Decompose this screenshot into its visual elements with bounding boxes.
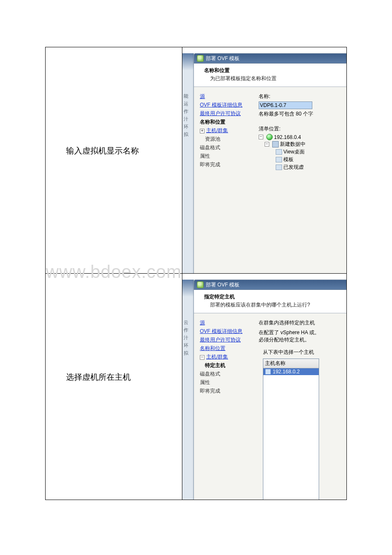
step-name-location[interactable]: 名称和位置 [200, 119, 251, 126]
collapse-icon[interactable]: − [259, 135, 263, 139]
step-disk-format: 磁盘格式 [200, 370, 251, 378]
step-ovf-details[interactable]: OVF 模板详细信息 [200, 328, 251, 335]
content-pane: 在群集内选择特定的主机 在配置了 vSphere HA 或。 必须分配给特定主机… [254, 313, 347, 500]
dialog-titlebar[interactable]: 部署 OVF 模板 [194, 53, 347, 64]
wizard-steps: 源 OVF 模板详细信息 最终用户许可协议 名称和位置 −主机/群集 特定主机 … [194, 313, 254, 500]
table-row: www.bdoex.com 选择虚机所在主机 云 作 汁 环 拟 部署 OVF … [46, 274, 347, 500]
info-line-2: 在配置了 vSphere HA 或。 [259, 329, 347, 336]
tree-folder-1[interactable]: View桌面 [276, 148, 347, 156]
step-specific-host[interactable]: 特定主机 [205, 362, 251, 369]
doc-table: 输入虚拟机显示名称 能 运 作 汁 环 拟 部署 OVF 模板 名称和位置 为已… [45, 47, 347, 500]
host-row-selected[interactable]: 192.168.0.2 [263, 368, 319, 375]
wizard-steps: 源 OVF 模板详细信息 最终用户许可协议 名称和位置 +主机/群集 资源池 磁… [194, 87, 254, 274]
dialog-title: 部署 OVF 模板 [206, 55, 239, 62]
folder-icon [276, 157, 282, 162]
right-cell-1: 能 运 作 汁 环 拟 部署 OVF 模板 名称和位置 为已部署模板指定名称和位… [182, 47, 347, 274]
name-label: 名称: [259, 93, 347, 100]
dialog-body: 源 OVF 模板详细信息 最终用户许可协议 名称和位置 −主机/群集 特定主机 … [194, 313, 347, 500]
step-host-cluster[interactable]: +主机/群集 [200, 127, 251, 134]
step-resource-pool: 资源池 [205, 136, 251, 143]
dialog-title: 部署 OVF 模板 [206, 281, 239, 289]
expand-icon[interactable]: + [200, 129, 205, 133]
vcenter-icon [266, 134, 273, 140]
datacenter-icon [272, 141, 279, 147]
background-strip: 云 作 汁 环 拟 [182, 280, 193, 500]
step-source[interactable]: 源 [200, 319, 251, 327]
name-hint: 名称最多可包含 80 个字 [259, 110, 347, 118]
folder-icon [276, 149, 282, 155]
step-eula[interactable]: 最终用户许可协议 [200, 110, 251, 117]
step-eula[interactable]: 最终用户许可协议 [200, 336, 251, 344]
step-disk-format: 磁盘格式 [200, 144, 251, 151]
header-title: 指定特定主机 [204, 293, 341, 301]
tree-datacenter[interactable]: − 新建数据中 [265, 141, 347, 148]
content-pane: 名称: 名称最多可包含 80 个字 清单位置: − 192.168.0.4 − [254, 87, 347, 274]
header-subtitle: 为已部署模板指定名称和位置 [210, 75, 341, 82]
dialog-header: 名称和位置 为已部署模板指定名称和位置 [194, 64, 347, 87]
dialog-icon [197, 281, 204, 288]
vm-name-input[interactable] [259, 101, 312, 109]
step-host-cluster[interactable]: −主机/群集 [200, 353, 251, 361]
step-properties: 属性 [200, 153, 251, 160]
host-column-header[interactable]: 主机名称 [263, 359, 319, 368]
row2-caption: 选择虚机所在主机 [66, 372, 131, 383]
host-list[interactable]: 主机名称 192.168.0.2 [263, 358, 319, 500]
inventory-tree[interactable]: − 192.168.0.4 − 新建数据中 Vie [259, 134, 347, 171]
dialog-icon [197, 55, 204, 62]
step-properties: 属性 [200, 379, 251, 386]
tree-folder-2[interactable]: 模板 [276, 156, 347, 163]
collapse-icon[interactable]: − [200, 355, 205, 360]
left-cell-2: www.bdoex.com 选择虚机所在主机 [46, 274, 182, 500]
step-ready: 即将完成 [200, 161, 251, 168]
step-source[interactable]: 源 [200, 93, 251, 100]
header-title: 名称和位置 [204, 67, 341, 74]
dialog-body: 源 OVF 模板详细信息 最终用户许可协议 名称和位置 +主机/群集 资源池 磁… [194, 87, 347, 274]
dialog-header: 指定特定主机 部署的模板应该在群集中的哪个主机上运行? [194, 290, 347, 313]
dialog-titlebar[interactable]: 部署 OVF 模板 [194, 280, 347, 290]
info-line-1: 在群集内选择特定的主机 [259, 319, 347, 327]
right-cell-2: 云 作 汁 环 拟 部署 OVF 模板 指定特定主机 部署的模板应该在群集中的哪… [182, 274, 347, 500]
step-ovf-details[interactable]: OVF 模板详细信息 [200, 101, 251, 109]
table-row: 输入虚拟机显示名称 能 运 作 汁 环 拟 部署 OVF 模板 名称和位置 为已… [46, 47, 347, 274]
info-line-4: 从下表中选择一个主机 [263, 349, 347, 356]
host-icon [265, 369, 271, 375]
background-strip: 能 运 作 汁 环 拟 [182, 53, 193, 273]
left-cell-1: 输入虚拟机显示名称 [46, 47, 182, 274]
tree-folder-3[interactable]: 已发现虚 [276, 164, 347, 171]
collapse-icon[interactable]: − [265, 142, 269, 147]
step-name-location[interactable]: 名称和位置 [200, 345, 251, 352]
folder-icon [276, 165, 282, 170]
tree-root[interactable]: − 192.168.0.4 [259, 134, 347, 140]
row1-caption: 输入虚拟机显示名称 [66, 145, 139, 156]
ovf-deploy-dialog-2: 部署 OVF 模板 指定特定主机 部署的模板应该在群集中的哪个主机上运行? 源 … [193, 280, 347, 500]
step-ready: 即将完成 [200, 387, 251, 395]
info-line-3: 必须分配给特定主机。 [259, 336, 347, 344]
ovf-deploy-dialog-1: 部署 OVF 模板 名称和位置 为已部署模板指定名称和位置 源 OVF 模板详细… [193, 53, 347, 274]
header-subtitle: 部署的模板应该在群集中的哪个主机上运行? [210, 301, 341, 309]
inventory-label: 清单位置: [259, 125, 347, 133]
